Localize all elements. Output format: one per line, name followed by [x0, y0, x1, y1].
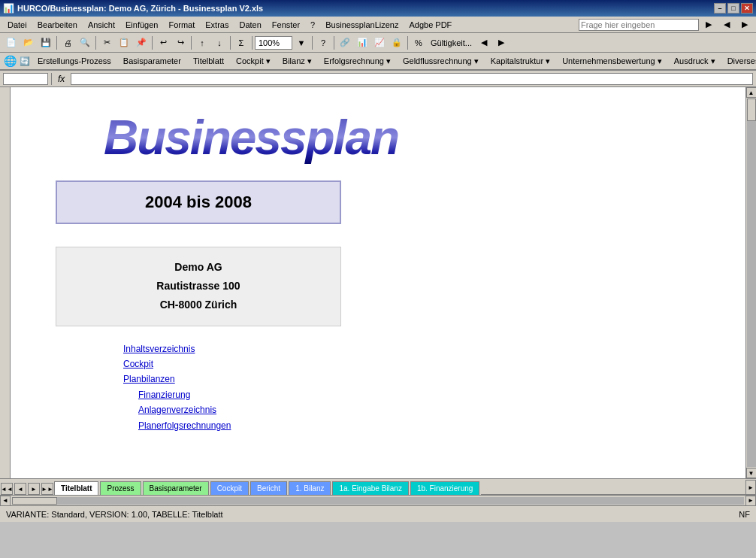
toolbar-separator-9	[407, 36, 408, 50]
toolbar-separator-4	[191, 36, 192, 50]
hscroll-track[interactable]	[12, 497, 744, 505]
nav-back-button[interactable]: ◀	[718, 17, 735, 32]
sort-asc-button[interactable]: ↑	[194, 35, 210, 50]
btn-erstellungs-prozess[interactable]: Erstellungs-Prozess	[32, 54, 116, 68]
company-city: CH-8000 Zürich	[56, 296, 340, 314]
search-button[interactable]: ▶	[700, 17, 717, 32]
extra-btn-4[interactable]: 🔒	[389, 35, 405, 50]
toolbar-separator-3	[152, 36, 153, 50]
toc-title-link[interactable]: Inhaltsverzeichnis	[123, 341, 745, 356]
toc-planbilanzen-link[interactable]: Planbilanzen	[123, 371, 745, 387]
toc-anlagenverzeichnis-link[interactable]: Anlagenverzeichnis	[138, 402, 745, 417]
vertical-scrollbar[interactable]: ▲ ▼	[745, 87, 756, 478]
save-button[interactable]: 💾	[38, 35, 54, 50]
btn-bilanz[interactable]: Bilanz ▾	[277, 54, 317, 68]
tab-cockpit[interactable]: Cockpit	[210, 481, 249, 495]
currency-btn[interactable]: %	[410, 35, 427, 50]
toc-finanzierung-link[interactable]: Finanzierung	[138, 387, 745, 402]
nav-forward-button[interactable]: ▶	[736, 17, 753, 32]
formula-input[interactable]	[71, 73, 753, 85]
minimize-button[interactable]: –	[714, 3, 726, 14]
btn-titelblatt[interactable]: Titelblatt	[188, 54, 229, 68]
btn-geldflussrechnung[interactable]: Geldflussrechnung ▾	[398, 54, 484, 68]
btn-erfolgsrechnung[interactable]: Erfolgsrechnung ▾	[319, 54, 396, 68]
btn-ausdruck[interactable]: Ausdruck ▾	[669, 54, 721, 68]
title-bar-text: 📊 HURCO/Businessplan: Demo AG, Zürich - …	[3, 3, 263, 14]
formula-bar: D39 fx	[0, 71, 756, 87]
menu-help[interactable]: ?	[306, 19, 319, 31]
scroll-track[interactable]	[747, 99, 756, 467]
extra-btn-3[interactable]: 📈	[371, 35, 388, 50]
redo-button[interactable]: ↪	[172, 35, 189, 50]
tab-nav-first[interactable]: ◄◄	[1, 483, 13, 495]
hscroll-right[interactable]: ►	[745, 496, 756, 506]
zoom-dropdown[interactable]: ▼	[293, 35, 310, 50]
tab-1a-eingabe-bilanz[interactable]: 1a. Eingabe Bilanz	[332, 481, 408, 495]
zoom-display[interactable]: 100%	[255, 36, 292, 50]
tab-bericht[interactable]: Bericht	[250, 481, 287, 495]
menu-extras[interactable]: Extras	[201, 19, 233, 31]
company-name: Demo AG	[56, 258, 340, 277]
toolbar-separator-2	[95, 36, 96, 50]
print-preview-button[interactable]: 🔍	[77, 35, 93, 50]
row-numbers	[0, 87, 11, 478]
menu-daten[interactable]: Daten	[234, 19, 265, 31]
hscroll-thumb[interactable]	[12, 497, 57, 505]
tab-titelblatt[interactable]: Titelblatt	[54, 481, 98, 495]
tab-1b-finanzierung[interactable]: 1b. Finanzierung	[410, 481, 480, 495]
tab-prozess[interactable]: Prozess	[100, 481, 141, 495]
menu-format[interactable]: Format	[164, 19, 199, 31]
paste-button[interactable]: 📌	[133, 35, 150, 50]
menu-einfuegen[interactable]: Einfügen	[121, 19, 162, 31]
print-button[interactable]: 🖨	[59, 35, 76, 50]
close-button[interactable]: ✕	[741, 3, 753, 14]
scroll-thumb[interactable]	[747, 99, 756, 121]
company-box: Demo AG Rautistrasse 100 CH-8000 Zürich	[56, 247, 341, 326]
open-button[interactable]: 📂	[20, 35, 37, 50]
btn-unternehmensbewertung[interactable]: Unternehmensbewertung ▾	[557, 54, 667, 68]
nav-globe[interactable]: 🌐	[3, 53, 17, 68]
tab-basisparameter[interactable]: Basisparameter	[143, 481, 209, 495]
tab-1-bilanz[interactable]: 1. Bilanz	[289, 481, 331, 495]
menu-adgbepdf[interactable]: Adgbe PDF	[404, 19, 456, 31]
menu-ansicht[interactable]: Ansicht	[83, 19, 119, 31]
tab-nav-next[interactable]: ►	[28, 483, 40, 495]
menu-bearbeiten[interactable]: Bearbeiten	[33, 19, 82, 31]
search-input[interactable]	[579, 19, 699, 31]
nav-refresh[interactable]: 🔄	[19, 53, 31, 68]
title-bar-label: HURCO/Businessplan: Demo AG, Zürich - Bu…	[17, 4, 263, 13]
sigma-button[interactable]: Σ	[233, 35, 249, 50]
menu-businessplanlizenz[interactable]: BusinessplanLizenz	[321, 19, 403, 31]
horizontal-scrollbar[interactable]: ◄ ►	[0, 495, 756, 505]
toc-cockpit-link[interactable]: Cockpit	[123, 356, 745, 371]
extra-btn-1[interactable]: 🔗	[337, 35, 353, 50]
validity-prev[interactable]: ◀	[476, 35, 492, 50]
menu-datei[interactable]: Datei	[3, 19, 32, 31]
custom-toolbar: 🌐 🔄 Erstellungs-Prozess Basisparameter T…	[0, 53, 756, 71]
btn-basisparameter[interactable]: Basisparameter	[118, 54, 186, 68]
main-area: Businessplan 2004 bis 2008 Demo AG Rauti…	[0, 87, 756, 478]
sort-desc-button[interactable]: ↓	[211, 35, 228, 50]
cut-button[interactable]: ✂	[98, 35, 115, 50]
new-button[interactable]: 📄	[3, 35, 20, 50]
maximize-button[interactable]: □	[727, 3, 739, 14]
extra-btn-2[interactable]: 📊	[354, 35, 370, 50]
tab-nav-prev[interactable]: ◄	[14, 483, 26, 495]
validity-next[interactable]: ▶	[493, 35, 510, 50]
scroll-down-button[interactable]: ▼	[746, 468, 757, 478]
cell-reference[interactable]: D39	[3, 73, 48, 85]
businessplan-title: Businessplan	[56, 110, 446, 165]
btn-cockpit[interactable]: Cockpit ▾	[231, 54, 276, 68]
btn-diverses[interactable]: Diverses ▾	[722, 54, 756, 68]
undo-button[interactable]: ↩	[155, 35, 171, 50]
formula-separator	[51, 73, 52, 85]
hscroll-left[interactable]: ◄	[0, 496, 11, 506]
tab-scroll-right[interactable]: ►	[745, 480, 756, 495]
help-button[interactable]: ?	[315, 35, 331, 50]
tab-nav-last[interactable]: ►►	[41, 483, 53, 495]
toc-planerfolgsrechnungen-link[interactable]: Planerfolgsrechnungen	[138, 418, 745, 433]
btn-kapitalstruktur[interactable]: Kapitalstruktur ▾	[485, 54, 555, 68]
menu-fenster[interactable]: Fenster	[268, 19, 304, 31]
copy-button[interactable]: 📋	[116, 35, 132, 50]
scroll-up-button[interactable]: ▲	[746, 87, 757, 98]
